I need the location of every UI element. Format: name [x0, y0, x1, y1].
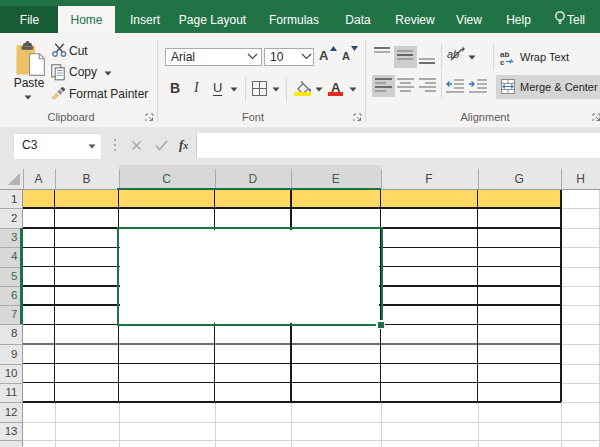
svg-text:c: c	[500, 58, 505, 65]
